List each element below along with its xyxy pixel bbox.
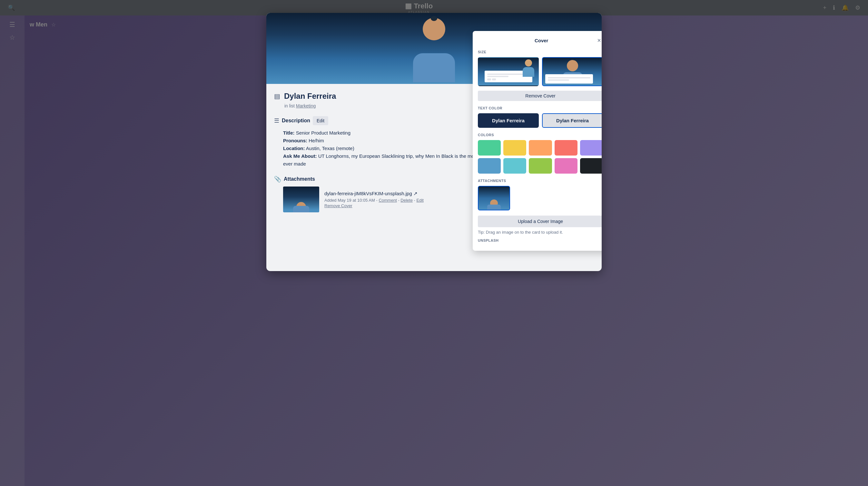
desc-title-value: Senior Product Marketing <box>296 130 350 136</box>
modal-overlay: Cover ▤ Dylan Ferreira in list Marketing… <box>0 0 868 486</box>
size-preview-person-small <box>522 59 535 85</box>
text-color-dark[interactable]: Dylan Ferreira <box>478 113 539 128</box>
list-label: in list <box>284 103 295 108</box>
color-swatch-teal[interactable] <box>503 158 526 174</box>
color-swatch-yellow[interactable] <box>503 140 526 155</box>
panel-attachment-thumbnail[interactable] <box>478 186 510 210</box>
attachments-icon: 📎 <box>274 176 281 183</box>
cover-panel-header: Cover × <box>478 36 602 45</box>
attachments-label: Attachments <box>284 176 315 182</box>
card-body: ▤ Dylan Ferreira in list Marketing ☰ Des… <box>266 84 602 271</box>
attachment-added: Added May 19 at 10:05 AM <box>324 198 375 203</box>
description-label: Description <box>282 118 310 123</box>
desc-ask-label: Ask Me About: <box>283 153 317 159</box>
desc-pronouns-value: He/him <box>309 138 324 143</box>
attachment-delete-link[interactable]: Delete <box>400 198 413 203</box>
color-swatch-orange[interactable] <box>529 140 552 155</box>
cover-panel: Cover × SIZE <box>473 31 602 251</box>
attachment-edit-link[interactable]: Edit <box>416 198 424 203</box>
card-title-icon: ▤ <box>274 92 280 100</box>
cover-panel-close-button[interactable]: × <box>595 36 602 45</box>
size-preview-full <box>545 74 593 84</box>
text-color-label: TEXT COLOR <box>478 106 602 110</box>
color-swatch-blue[interactable] <box>478 158 501 174</box>
tip-text: Tip: Drag an image on to the card to upl… <box>478 230 602 235</box>
upload-cover-button[interactable]: Upload a Cover Image <box>478 216 602 227</box>
description-icon: ☰ <box>274 117 279 124</box>
desc-title-label: Title: <box>283 130 295 136</box>
colors-label: COLORS <box>478 133 602 137</box>
text-color-options: Dylan Ferreira Dylan Ferreira <box>478 113 602 128</box>
color-swatch-lime[interactable] <box>529 158 552 174</box>
remove-cover-button[interactable]: Remove Cover <box>478 91 602 101</box>
cover-panel-scroll: Cover × SIZE <box>478 36 602 246</box>
size-label: SIZE <box>478 50 602 54</box>
color-swatch-purple[interactable] <box>580 140 602 155</box>
card-sidebar: SUGGESTED 👤 Join Feedback ADD TO CARD 👤 … <box>536 92 594 263</box>
size-option-full[interactable] <box>542 57 602 86</box>
color-swatch-pink[interactable] <box>555 158 578 174</box>
panel-attachment-thumb-container <box>478 186 602 210</box>
remove-cover-link[interactable]: Remove Cover <box>324 203 352 208</box>
attachment-link-icon[interactable]: ↗ <box>413 191 417 196</box>
description-edit-button[interactable]: Edit <box>313 116 328 125</box>
card-title: Dylan Ferreira <box>284 92 336 101</box>
colors-grid <box>478 140 602 174</box>
size-option-small[interactable] <box>478 57 539 86</box>
color-swatch-green[interactable] <box>478 140 501 155</box>
desc-location-label: Location: <box>283 146 305 151</box>
color-swatch-red[interactable] <box>555 140 578 155</box>
panel-attachments-label: ATTACHMENTS <box>478 179 602 183</box>
attachment-comment-link[interactable]: Comment <box>378 198 397 203</box>
attachment-thumbnail <box>283 187 319 212</box>
size-options <box>478 57 602 86</box>
card-modal: Cover ▤ Dylan Ferreira in list Marketing… <box>266 13 602 271</box>
color-swatch-dark[interactable] <box>580 158 602 174</box>
desc-pronouns-label: Pronouns: <box>283 138 307 143</box>
unsplash-label: UNSPLASH <box>478 238 602 242</box>
cover-panel-title: Cover <box>488 38 595 43</box>
text-color-light[interactable]: Dylan Ferreira <box>542 113 602 128</box>
list-link[interactable]: Marketing <box>296 103 316 108</box>
desc-location-value: Austin, Texas (remote) <box>306 146 354 151</box>
